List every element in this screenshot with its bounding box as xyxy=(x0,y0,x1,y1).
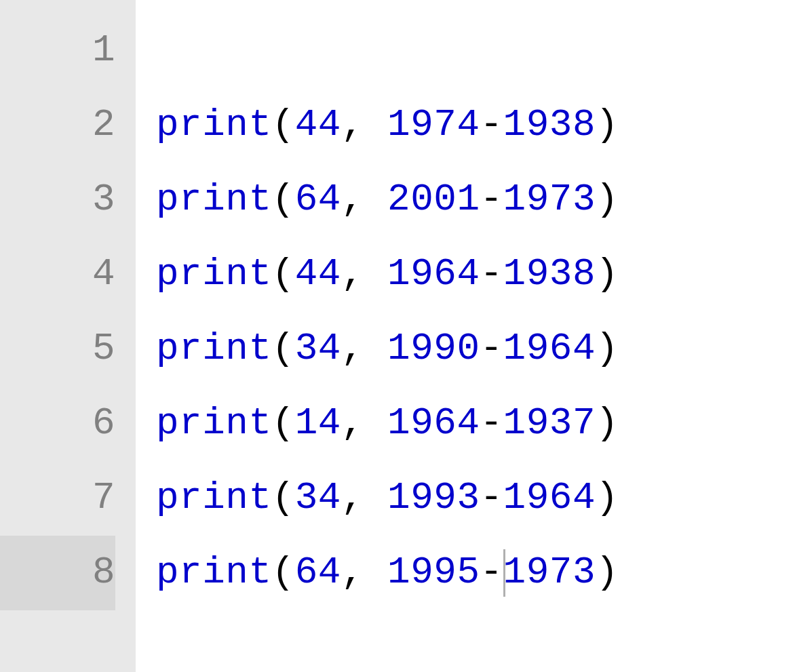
code-token-num: 1964 xyxy=(387,387,480,460)
line-number: 7 xyxy=(0,461,115,536)
line-number: 5 xyxy=(0,312,115,387)
code-token-punct: ( xyxy=(272,88,295,162)
line-number: 3 xyxy=(0,163,115,237)
line-number: 8 xyxy=(0,536,115,610)
code-token-punct: , xyxy=(341,88,387,162)
code-token-num: 1964 xyxy=(503,312,596,386)
line-number: 4 xyxy=(0,237,115,312)
code-token-fn: print xyxy=(156,237,272,311)
code-token-punct: , xyxy=(341,387,387,460)
line-number: 2 xyxy=(0,88,115,163)
code-token-fn: print xyxy=(156,312,272,386)
code-token-fn: print xyxy=(156,163,272,237)
code-token-num: 34 xyxy=(295,461,341,535)
code-token-num: 1993 xyxy=(387,461,480,535)
code-token-op: - xyxy=(480,237,503,311)
code-line[interactable]: print(44, 1964-1938) xyxy=(156,237,795,312)
code-token-num: 1937 xyxy=(503,387,596,460)
code-token-num: 64 xyxy=(295,163,341,237)
code-area[interactable]: print(44, 1974-1938)print(64, 2001-1973)… xyxy=(136,0,795,672)
code-token-num: 64 xyxy=(295,536,341,610)
code-line[interactable]: print(34, 1990-1964) xyxy=(156,312,795,387)
code-token-num: 44 xyxy=(295,88,341,162)
code-token-num: 34 xyxy=(295,312,341,386)
code-token-punct: ) xyxy=(596,88,619,162)
code-token-num: 1990 xyxy=(387,312,480,386)
code-token-num: 1973 xyxy=(503,163,596,237)
code-line[interactable]: print(64, 2001-1973) xyxy=(156,163,795,237)
code-token-num: 1995 xyxy=(387,536,480,610)
code-token-punct: ( xyxy=(272,237,295,311)
code-line[interactable]: print(14, 1964-1937) xyxy=(156,387,795,461)
line-number-gutter: 12345678 xyxy=(0,0,136,672)
code-editor[interactable]: 12345678 print(44, 1974-1938)print(64, 2… xyxy=(0,0,795,672)
code-token-fn: print xyxy=(156,387,272,460)
code-token-punct: , xyxy=(341,312,387,386)
code-token-fn: print xyxy=(156,88,272,162)
code-token-punct: , xyxy=(341,163,387,237)
line-number: 6 xyxy=(0,387,115,461)
code-token-op: - xyxy=(480,312,503,386)
code-token-num: 1973 xyxy=(503,536,596,610)
code-token-punct: ( xyxy=(272,163,295,237)
code-token-punct: ( xyxy=(272,536,295,610)
code-token-punct: , xyxy=(341,237,387,311)
code-token-punct: ) xyxy=(596,163,619,237)
code-token-punct: ( xyxy=(272,387,295,460)
code-token-punct: ) xyxy=(596,237,619,311)
code-token-punct: , xyxy=(341,536,387,610)
code-token-punct: ) xyxy=(596,461,619,535)
code-token-punct: ( xyxy=(272,312,295,386)
code-line[interactable] xyxy=(156,14,795,88)
code-token-num: 1964 xyxy=(503,461,596,535)
code-token-num: 44 xyxy=(295,237,341,311)
code-line[interactable]: print(34, 1993-1964) xyxy=(156,461,795,536)
code-token-punct: ) xyxy=(596,312,619,386)
code-token-punct: ) xyxy=(596,536,619,610)
line-number: 1 xyxy=(0,14,115,88)
code-token-num: 14 xyxy=(295,387,341,460)
code-token-num: 1938 xyxy=(503,88,596,162)
code-token-num: 1938 xyxy=(503,237,596,311)
code-token-num: 2001 xyxy=(387,163,480,237)
code-token-op: - xyxy=(480,88,503,162)
code-token-op: - xyxy=(480,163,503,237)
code-token-punct: ) xyxy=(596,387,619,460)
code-token-punct: ( xyxy=(272,461,295,535)
code-token-num: 1974 xyxy=(387,88,480,162)
code-line[interactable]: print(64, 1995-1973) xyxy=(156,536,795,610)
code-token-op: - xyxy=(480,461,503,535)
code-token-num: 1964 xyxy=(387,237,480,311)
code-token-op: - xyxy=(480,536,503,610)
code-token-fn: print xyxy=(156,536,272,610)
code-token-op: - xyxy=(480,387,503,460)
code-token-fn: print xyxy=(156,461,272,535)
code-line[interactable]: print(44, 1974-1938) xyxy=(156,88,795,163)
code-token-punct: , xyxy=(341,461,387,535)
